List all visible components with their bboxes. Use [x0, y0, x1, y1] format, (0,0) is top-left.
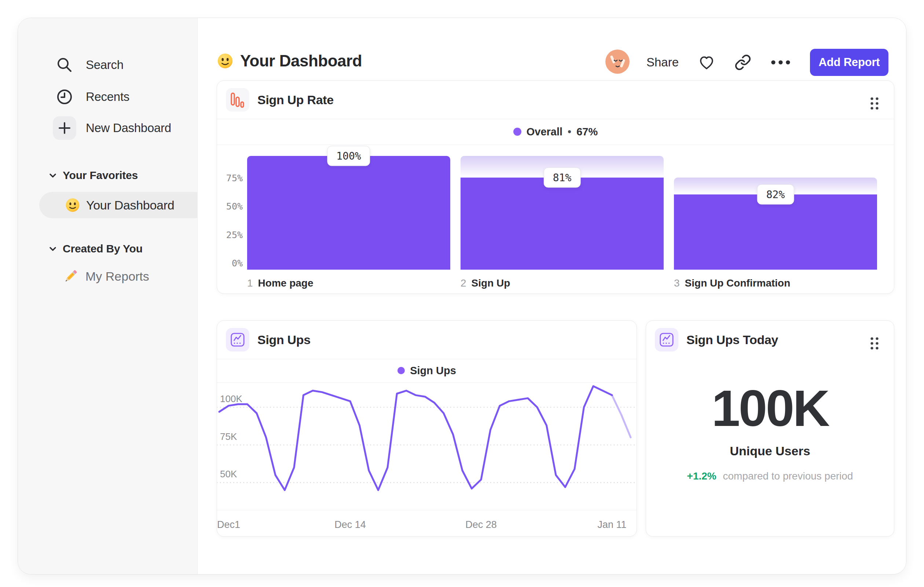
line-series-faded-tail	[612, 395, 631, 437]
card-sign-ups: Sign Ups Sign Ups 100K75K50K Dec1Dec 14D…	[217, 320, 637, 537]
delta-description: compared to previous period	[723, 470, 853, 482]
chevron-down-icon	[48, 244, 58, 253]
main-content: Your Dashboard Share	[198, 18, 906, 574]
sidebar-section-favorites[interactable]: Your Favorites	[48, 169, 138, 182]
card-sign-up-rate: Sign Up Rate Overall • 67% 75%50%25%0%10…	[217, 80, 894, 294]
sidebar-item-label: My Reports	[86, 269, 149, 284]
sidebar-item-label: New Dashboard	[86, 121, 171, 135]
stat-big-number: 100K	[646, 379, 894, 438]
y-axis-tick: 25%	[220, 230, 243, 240]
y-axis-tick: 75K	[220, 431, 237, 442]
pencil-emoji	[63, 268, 79, 284]
smiley-emoji	[217, 53, 234, 69]
section-label: Created By You	[63, 243, 143, 255]
step-number: 1	[247, 277, 253, 289]
search-icon	[53, 53, 76, 77]
sidebar-item-your-dashboard[interactable]: Your Dashboard	[39, 192, 208, 218]
line-legend[interactable]: Sign Ups	[217, 359, 637, 382]
y-axis-tick: 0%	[220, 258, 243, 269]
x-axis-tick: Jan 11	[597, 519, 626, 531]
sidebar-item-new-dashboard[interactable]: New Dashboard	[53, 116, 171, 140]
app-container: Search Recents New Dashboard Your Favori…	[18, 18, 906, 575]
sidebar-item-search[interactable]: Search	[53, 53, 124, 77]
plus-icon	[53, 116, 76, 140]
step-number: 2	[460, 277, 466, 289]
card-sign-ups-today: Sign Ups Today 100K Unique Users +1.2% c…	[646, 320, 894, 537]
card-title: Sign Ups	[257, 333, 310, 347]
line-chart: 100K75K50K	[217, 382, 637, 510]
add-report-button[interactable]: Add Report	[810, 49, 888, 76]
stat-delta-row: +1.2% compared to previous period	[646, 470, 894, 482]
topbar-actions: Share Add Report	[606, 49, 888, 76]
funnel-step-label: 3Sign Up Confirmation	[674, 277, 790, 289]
stat-label: Unique Users	[646, 444, 894, 458]
card-header: Sign Ups	[226, 328, 310, 351]
funnel-bar[interactable]	[247, 156, 450, 270]
line-chart-icon	[226, 328, 249, 351]
line-chart-svg	[217, 382, 637, 510]
x-axis-tick: Dec 28	[465, 519, 497, 531]
avatar[interactable]	[606, 50, 630, 75]
y-axis-tick: 50%	[220, 201, 243, 212]
bar-value-tooltip: 81%	[544, 167, 581, 187]
y-axis-tick: 75%	[220, 173, 243, 184]
drag-handle-icon[interactable]	[870, 336, 879, 352]
step-number: 3	[674, 277, 680, 289]
page-title: Your Dashboard	[240, 52, 362, 70]
y-axis-tick: 100K	[220, 393, 243, 405]
bar-value-tooltip: 82%	[757, 185, 794, 205]
bar-value-tooltip: 100%	[327, 146, 370, 166]
y-axis-tick: 50K	[220, 468, 237, 480]
funnel-step-label: 2Sign Up	[460, 277, 510, 289]
line-series	[219, 386, 612, 490]
funnel-bar[interactable]	[674, 194, 877, 270]
section-label: Your Favorites	[63, 169, 138, 182]
card-header: Sign Ups Today	[655, 328, 778, 351]
chevron-down-icon	[48, 170, 58, 180]
page-title-group: Your Dashboard	[217, 52, 362, 70]
funnel-chart: 75%50%25%0%100%1Home page81%2Sign Up82%3…	[217, 81, 894, 293]
x-axis-tick: Dec1	[217, 519, 240, 531]
sidebar-item-label: Recents	[86, 90, 129, 104]
sidebar: Search Recents New Dashboard Your Favori…	[18, 18, 198, 574]
x-axis-tick: Dec 14	[334, 519, 366, 531]
sidebar-item-label: Search	[86, 58, 124, 72]
delta-positive-value: +1.2%	[687, 470, 716, 482]
share-button[interactable]: Share	[647, 55, 679, 69]
card-title: Sign Ups Today	[686, 333, 778, 347]
step-name: Sign Up Confirmation	[685, 277, 790, 289]
legend-series-name: Sign Ups	[410, 365, 456, 377]
more-options-icon[interactable]	[771, 60, 791, 65]
sidebar-item-recents[interactable]: Recents	[53, 85, 129, 109]
x-axis-labels: Dec1Dec 14Dec 28Jan 11	[217, 510, 637, 537]
funnel-bar[interactable]	[460, 178, 664, 270]
step-name: Home page	[258, 277, 314, 289]
favorite-heart-icon[interactable]	[698, 54, 715, 71]
sidebar-item-my-reports[interactable]: My Reports	[63, 268, 149, 284]
line-chart-icon	[655, 328, 678, 351]
clock-icon	[53, 85, 76, 109]
sidebar-item-label: Your Dashboard	[86, 198, 174, 212]
smiley-emoji	[65, 197, 80, 213]
copy-link-icon[interactable]	[734, 54, 751, 71]
funnel-step-label: 1Home page	[247, 277, 314, 289]
legend-dot	[398, 367, 405, 374]
sidebar-section-created-by-you[interactable]: Created By You	[48, 243, 143, 255]
step-name: Sign Up	[472, 277, 510, 289]
